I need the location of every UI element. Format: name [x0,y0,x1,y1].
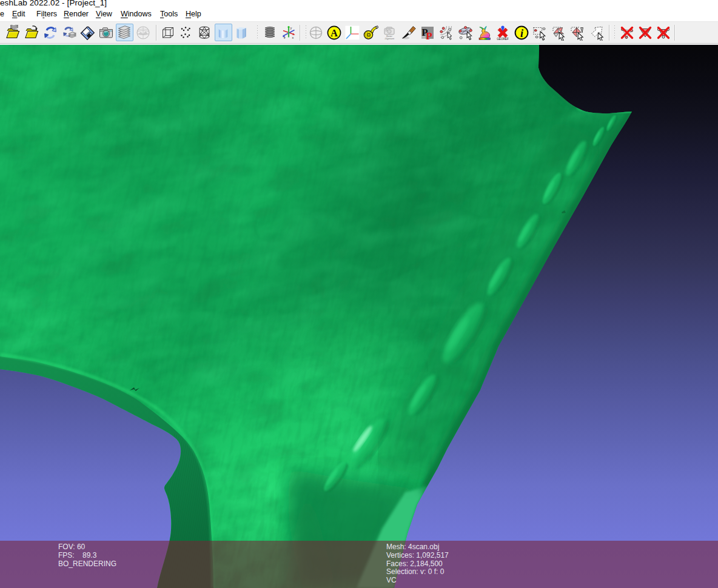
show-raster-button [134,24,152,41]
hud-fps: FPS: 89.3 [58,552,116,560]
toolbar-separator [300,25,301,41]
viewport-3d[interactable]: FOV: 60 FPS: 89.3 BO_RENDERING Mesh: 4sc… [0,44,718,588]
show-texture-button[interactable] [261,24,279,41]
menu-label-pre: Fi [36,10,42,18]
show-layer-dialog-button[interactable] [116,24,133,41]
info-icon: i [514,25,529,41]
info-button[interactable]: i [513,24,531,41]
menu-item-filters[interactable]: Filters [36,7,57,21]
delete-faces-button[interactable] [637,24,654,41]
svg-text:x: x [292,35,294,39]
glue-points-button [438,24,456,41]
draw-bbox-icon [160,25,176,41]
delete-vertices-button[interactable] [619,24,636,41]
delete-vertices-icon [619,25,635,41]
draw-wireframe-button[interactable] [196,24,213,41]
show-axes-3d-icon: yzx [281,25,297,41]
hud-vc: VC [386,576,449,585]
menu-item-view[interactable]: View [96,7,112,21]
menu-item-render[interactable]: Render [64,7,89,21]
snapshot-icon [98,25,114,41]
title-bar: eshLab 2022.02 - [Project_1] [0,0,718,7]
pick-points-button[interactable]: PP [419,24,437,41]
svg-text:y: y [290,26,292,30]
draw-flat-button[interactable] [215,24,232,41]
draw-points-button[interactable] [178,24,195,41]
toolbar-separator [674,25,676,41]
draw-points-icon [178,25,194,41]
menu-item-edit[interactable]: Edit [12,7,25,21]
draw-smooth-button[interactable] [233,24,250,41]
quality-mapper-button[interactable] [476,24,494,41]
select-vertices-button[interactable] [531,24,549,41]
snapshot-button[interactable] [97,24,115,41]
menu-item-help[interactable]: Help [186,7,201,21]
move-arrow-button[interactable] [588,24,606,41]
hud-vertices: Vertices: 1,092,517 [386,552,449,560]
quality-mapper-icon [477,25,492,41]
show-labels-icon: A [326,25,342,41]
draw-bbox-button[interactable] [159,24,177,41]
menu-label-post: elp [191,10,201,18]
measure-tape-button[interactable] [362,24,380,41]
reload-all-button[interactable] [60,24,78,41]
menu-label-post: e [0,10,4,18]
delete-faces-verts-icon [656,25,671,41]
hud-bar: FOV: 60 FPS: 89.3 BO_RENDERING Mesh: 4sc… [0,541,718,588]
select-faces-icon [569,25,585,41]
show-labels-button[interactable]: A [326,24,343,41]
hud-selection: Selection: v: 0 f: 0 [386,568,449,576]
trackball-icon [308,25,324,41]
show-layer-dialog-icon [116,25,132,41]
svg-text:P: P [426,30,432,40]
raster-alignment-button: RasterAlignment [381,24,398,41]
align-tool-icon [458,25,474,41]
import-mesh-button[interactable] [23,24,41,41]
pick-points-icon: PP [420,25,435,41]
select-faces-rect-button[interactable] [551,24,568,41]
menu-label-post: ools [164,10,178,18]
paint-brush-button[interactable] [400,24,417,41]
align-tool-button[interactable] [457,24,475,41]
corner-axes-button[interactable] [344,24,361,41]
toolbar-separator [614,25,615,40]
reload-mesh-icon [42,25,58,41]
menu-label-accel: H [186,10,191,18]
toolbar-separator [609,25,610,41]
save-mesh-icon [79,25,95,41]
menu-label-accel: V [96,10,101,18]
reload-mesh-button[interactable] [42,24,59,41]
measure-tape-icon [363,25,378,41]
draw-flat-icon [215,25,231,41]
menu-label-accel: R [64,10,69,18]
delete-faces-verts-button[interactable] [655,24,673,41]
mesh-canvas[interactable] [0,45,718,588]
hud-mesh-name: Mesh: 4scan.obj [386,543,449,552]
save-mesh-button[interactable] [79,24,96,41]
menu-item-windows[interactable]: Windows [121,7,152,21]
georef-button[interactable]: GEOREF [494,24,512,41]
raster-alignment-icon: RasterAlignment [381,25,397,41]
import-mesh-icon [24,25,40,41]
toolbar-separator [156,25,157,41]
menu-item-tools[interactable]: Tools [160,7,178,21]
menu-label-post: indows [128,10,152,18]
select-faces-button[interactable] [569,24,586,41]
corner-axes-icon [344,25,360,41]
show-axes-3d-button[interactable]: yzx [280,24,298,41]
menu-label-post: ender [69,10,89,18]
svg-text:GEOREF: GEOREF [497,38,509,41]
reload-all-icon [61,25,77,41]
toolbar-separator [257,25,258,40]
hud-stats-left: FOV: 60 FPS: 89.3 BO_RENDERING [58,543,116,568]
menu-label-post: dit [17,10,25,18]
open-project-button[interactable] [5,24,22,41]
hud-faces: Faces: 2,184,500 [386,560,449,569]
svg-text:Alignment: Alignment [384,38,395,40]
glue-points-icon [439,25,455,41]
menu-label-post: ters [44,10,57,18]
menu-label-post: iew [101,10,112,18]
svg-text:A: A [330,27,338,39]
menu-item-e[interactable]: e [0,7,4,21]
window-title: eshLab 2022.02 - [Project_1] [0,0,107,7]
